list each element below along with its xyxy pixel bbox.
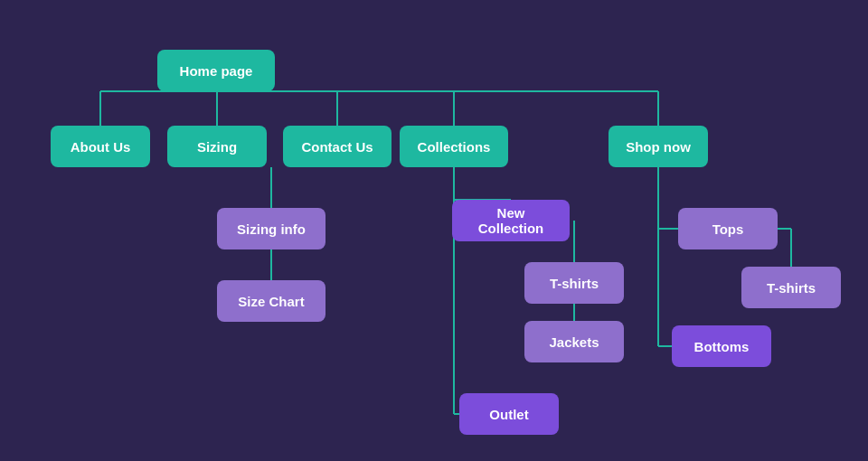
sizing-node[interactable]: Sizing [167, 126, 267, 167]
outlet-node[interactable]: Outlet [459, 393, 559, 435]
about-us-node[interactable]: About Us [51, 126, 150, 167]
size-chart-node[interactable]: Size Chart [217, 280, 326, 322]
bottoms-node[interactable]: Bottoms [672, 325, 771, 367]
t-shirts-shop-node[interactable]: T-shirts [741, 267, 841, 308]
contact-us-node[interactable]: Contact Us [283, 126, 392, 167]
new-collection-node[interactable]: New Collection [452, 200, 570, 241]
sizing-info-node[interactable]: Sizing info [217, 208, 326, 249]
tops-node[interactable]: Tops [678, 208, 778, 249]
shop-now-node[interactable]: Shop now [609, 126, 708, 167]
home-page-node[interactable]: Home page [157, 50, 275, 91]
t-shirts-collections-node[interactable]: T-shirts [524, 262, 624, 304]
jackets-node[interactable]: Jackets [524, 321, 624, 362]
collections-node[interactable]: Collections [400, 126, 508, 167]
